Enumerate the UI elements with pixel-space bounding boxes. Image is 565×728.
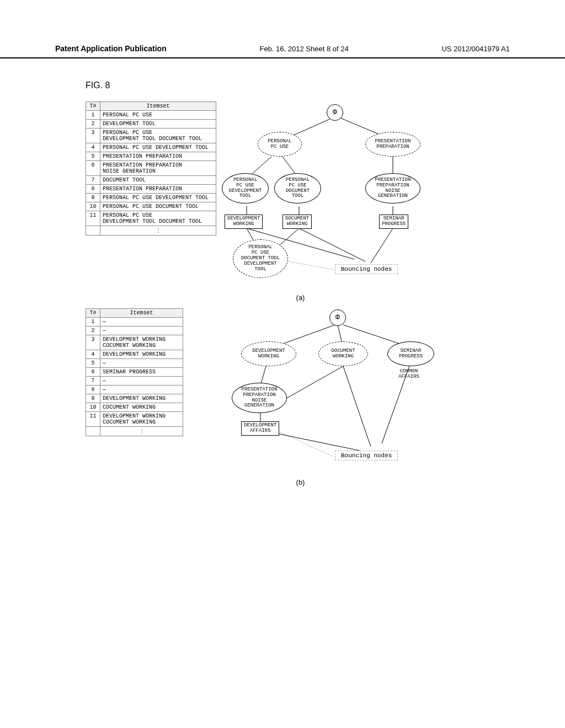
table-a-body: 1PERSONAL PC USE2DEVELOPMENT TOOL3PERSON… [86,111,216,235]
row-itemset: PRESENTATION PREPARATIONNOISE GENERATION [100,161,216,176]
row-tn: 9 [86,194,100,202]
ellipsis-row: ⋮ [86,427,183,436]
row-itemset: PERSONAL PC USEDEVELOPMENT TOOL DOCUMENT… [100,129,216,143]
row-itemset: PERSONAL PC USE DEVELOPMENT TOOL [100,194,216,202]
table-row: 6SEMINAR PROGRESS [86,368,183,377]
table-row: 1— [86,318,183,326]
table-row: 3PERSONAL PC USEDEVELOPMENT TOOL DOCUMEN… [86,129,216,143]
figure-label: FIG. 8 [0,58,565,90]
row-tn: 6 [86,161,100,176]
table-row: 10PERSONAL PC USE DOCUMENT TOOL [86,202,216,211]
row-itemset: DEVELOPMENT WORKING [100,394,183,403]
table-a-head-itemset: Itemset [100,102,216,111]
table-row: 9DEVELOPMENT WORKING [86,394,183,403]
row-tn: 10 [86,202,100,211]
node-pc-all: PERSONALPC USEDOCUMENT TOOLDEVELOPMENTTO… [233,239,288,278]
rect-seminar: SEMINARPROGRESS [379,215,408,229]
row-tn: 2 [86,120,100,129]
table-row: 11DEVELOPMENT WORKINGCOCUMENT WORKING [86,412,183,427]
svg-line-12 [299,228,365,261]
svg-line-21 [271,432,360,451]
row-itemset: PERSONAL PC USE [100,111,216,120]
table-row: 4DEVELOPMENT WORKING [86,350,183,359]
row-tn: 7 [86,176,100,185]
row-tn: 6 [86,368,100,377]
row-tn: 8 [86,386,100,394]
table-row: 10COCUMENT WORKING [86,403,183,412]
row-itemset: — [100,386,183,394]
row-itemset: DEVELOPMENT WORKINGCOCUMENT WORKING [100,412,183,427]
table-row: 8— [86,386,183,394]
panel-b: T# Itemset 1—2—3DEVELOPMENT WORKINGCOCUM… [86,308,515,474]
node-root: Φ [327,104,343,121]
row-itemset: PERSONAL PC USEDEVELOPMENT TOOL DOCUMENT… [100,211,216,226]
row-tn: 8 [86,185,100,194]
panel-b-label: (b) [86,474,515,493]
table-row: 7DOCUMENT TOOL [86,176,216,185]
svg-line-11 [371,228,393,263]
node-personal-pc-use: PERSONALPC USE [258,132,302,157]
node-dev-working: DEVELOPMENTWORKING [241,341,296,366]
table-row: 8PRESENTATION PREPARATION [86,185,216,194]
node-pc-dev-tool: PERSONALPC USEDEVELOPMENTTOOL [222,173,269,204]
panel-a-label: (a) [86,289,515,308]
table-b-body: 1—2—3DEVELOPMENT WORKINGCOCUMENT WORKING… [86,318,183,436]
table-row: 7— [86,377,183,386]
row-itemset: PRESENTATION PREPARATION [100,152,216,161]
table-row: 1PERSONAL PC USE [86,111,216,120]
header-right: US 2012/0041979 A1 [441,45,510,53]
node-root-b: Φ [329,309,346,326]
rect-dev-affairs: DEVELOPMENTAFFAIRS [241,421,279,436]
table-a: T# Itemset 1PERSONAL PC USE2DEVELOPMENT … [86,101,216,235]
row-tn: 4 [86,350,100,359]
page-header: Patent Application Publication Feb. 16, … [0,0,565,58]
node-prep-noise: PRESENTATIONPREPARATIONNOISEGENERATION [365,173,420,204]
node-prep-noise-b: PRESENTATIONPREPARATIONNOISEGENERATION [232,383,287,413]
node-pc-doc-tool: PERSONALPC USEDOCUMENTTOOL [274,173,321,204]
row-tn: 9 [86,394,100,403]
header-left: Patent Application Publication [55,44,167,53]
row-itemset: — [100,326,183,335]
header-mid: Feb. 16, 2012 Sheet 8 of 24 [259,45,348,53]
node-seminar-progress: SEMINARPROGRESS [387,341,434,366]
table-row: 4PERSONAL PC USE DEVELOPMENT TOOL [86,143,216,152]
label-common-affairs: COMMONAFFAIRS [398,369,419,380]
diagram-b: Φ DEVELOPMENTWORKING DOCUMENTWORKING SEM… [227,308,515,474]
row-tn: 11 [86,412,100,427]
content: T# Itemset 1PERSONAL PC USE2DEVELOPMENT … [0,90,565,493]
row-itemset: — [100,359,183,368]
row-itemset: DEVELOPMENT TOOL [100,120,216,129]
bouncing-label-a: Bouncing nodes [335,264,398,274]
svg-line-10 [288,261,335,270]
row-tn: 1 [86,111,100,120]
table-row: 2— [86,326,183,335]
row-tn: 1 [86,318,100,326]
rect-dev-working: DEVELOPMENTWORKING [225,215,263,229]
table-row: 3DEVELOPMENT WORKINGCOCUMENT WORKING [86,335,183,350]
table-row: 6PRESENTATION PREPARATIONNOISE GENERATIO… [86,161,216,176]
svg-line-18 [280,366,343,402]
table-row: 9PERSONAL PC USE DEVELOPMENT TOOL [86,194,216,202]
row-itemset: DEVELOPMENT WORKING [100,350,183,359]
svg-line-22 [343,366,371,447]
row-itemset: PERSONAL PC USE DOCUMENT TOOL [100,202,216,211]
row-tn: 5 [86,359,100,368]
ellipsis-row: ⋮ [86,226,216,235]
row-tn: 3 [86,129,100,143]
diagram-a: Φ PERSONALPC USE PRESENTATIONPREPARATION… [227,101,515,289]
row-tn: 4 [86,143,100,152]
row-itemset: DOCUMENT TOOL [100,176,216,185]
row-tn: 11 [86,211,100,226]
row-itemset: DEVELOPMENT WORKINGCOCUMENT WORKING [100,335,183,350]
table-b: T# Itemset 1—2—3DEVELOPMENT WORKINGCOCUM… [86,308,183,436]
node-doc-working: DOCUMENTWORKING [318,341,368,366]
row-itemset: — [100,318,183,326]
row-itemset: PERSONAL PC USE DEVELOPMENT TOOL [100,143,216,152]
table-row: 11PERSONAL PC USEDEVELOPMENT TOOL DOCUME… [86,211,216,226]
table-row: 2DEVELOPMENT TOOL [86,120,216,129]
row-tn: 10 [86,403,100,412]
node-presentation-prep: PRESENTATIONPREPARATION [365,132,420,157]
table-b-head-tn: T# [86,309,100,318]
table-row: 5PRESENTATION PREPARATION [86,152,216,161]
table-a-head-tn: T# [86,102,100,111]
